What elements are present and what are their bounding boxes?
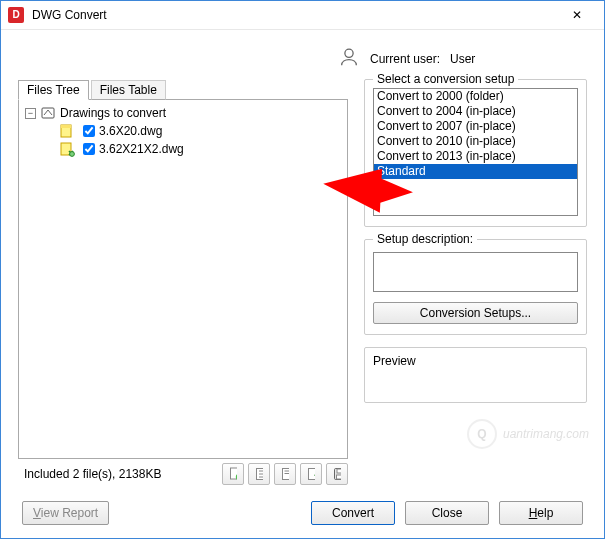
list-icon	[255, 467, 263, 481]
app-icon: D	[8, 7, 24, 23]
svg-rect-18	[337, 475, 342, 479]
file-checkbox[interactable]	[83, 125, 95, 137]
setup-description-legend: Setup description:	[373, 232, 477, 246]
tabs: Files Tree Files Table	[18, 80, 348, 100]
view-report-button[interactable]: View Report	[22, 501, 109, 525]
file-tree[interactable]: − Drawings to convert 3.6X20.dwg	[18, 99, 348, 459]
file-name: 3.62X21X2.dwg	[99, 142, 184, 156]
list-arrow-icon	[281, 467, 289, 481]
list-item[interactable]: Convert to 2007 (in-place)	[374, 119, 577, 134]
drawings-icon	[40, 105, 56, 121]
convert-button[interactable]: Convert	[311, 501, 395, 525]
file-name: 3.6X20.dwg	[99, 124, 162, 138]
current-user-label: Current user:	[370, 52, 440, 66]
svg-rect-17	[337, 469, 341, 473]
tab-files-tree[interactable]: Files Tree	[18, 80, 89, 100]
close-icon: ✕	[572, 8, 582, 22]
svg-rect-15	[309, 469, 316, 480]
current-user-name: User	[450, 52, 475, 66]
close-dialog-button[interactable]: Close	[405, 501, 489, 525]
tree-root[interactable]: − Drawings to convert	[21, 104, 345, 122]
help-label-rest: elp	[537, 506, 553, 520]
view-report-label-rest: iew Report	[41, 506, 98, 520]
setup-description-group: Setup description: Conversion Setups...	[364, 239, 587, 335]
svg-rect-3	[61, 125, 71, 128]
dwg-file-icon	[59, 123, 75, 139]
list-item[interactable]: Convert to 2004 (in-place)	[374, 104, 577, 119]
conversion-setup-legend: Select a conversion setup	[373, 72, 518, 86]
conversion-setups-button[interactable]: Conversion Setups...	[373, 302, 578, 324]
title-bar: D DWG Convert ✕	[0, 0, 605, 30]
bottom-button-row: View Report Convert Close Help	[0, 501, 605, 525]
left-pane: Files Tree Files Table − Drawings to con…	[18, 79, 348, 485]
page-plus-icon	[229, 467, 237, 481]
current-user-row: Current user: User	[338, 46, 587, 71]
conversion-setup-list[interactable]: Convert to 2000 (folder) Convert to 2004…	[373, 88, 578, 216]
preview-group: Preview	[364, 347, 587, 403]
user-icon	[338, 46, 360, 71]
right-pane: Select a conversion setup Convert to 200…	[364, 79, 587, 485]
tree-root-label: Drawings to convert	[60, 106, 166, 120]
window-title: DWG Convert	[32, 8, 557, 22]
report-button[interactable]	[248, 463, 270, 485]
tree-file[interactable]: 3.6X20.dwg	[21, 122, 345, 140]
list-item[interactable]: Convert to 2013 (in-place)	[374, 149, 577, 164]
help-button[interactable]: Help	[499, 501, 583, 525]
list-item[interactable]: Standard	[374, 164, 577, 179]
svg-point-0	[345, 49, 353, 57]
close-button[interactable]: ✕	[557, 1, 597, 29]
setup-description-box	[373, 252, 578, 292]
open-report-button[interactable]	[274, 463, 296, 485]
status-row: Included 2 file(s), 2138KB	[18, 463, 348, 485]
list-refresh-icon	[307, 467, 315, 481]
refresh-list-button[interactable]	[300, 463, 322, 485]
svg-point-5	[70, 152, 75, 157]
save-button[interactable]	[326, 463, 348, 485]
preview-legend: Preview	[373, 354, 416, 368]
tab-files-table[interactable]: Files Table	[91, 80, 166, 100]
status-text: Included 2 file(s), 2138KB	[18, 467, 218, 481]
list-item[interactable]: Convert to 2010 (in-place)	[374, 134, 577, 149]
dialog-body: Current user: User Files Tree Files Tabl…	[0, 30, 605, 495]
file-checkbox[interactable]	[83, 143, 95, 155]
dwg-file-icon	[59, 141, 75, 157]
tree-file[interactable]: 3.62X21X2.dwg	[21, 140, 345, 158]
list-item[interactable]: Convert to 2000 (folder)	[374, 89, 577, 104]
save-icon	[333, 467, 341, 481]
collapse-icon[interactable]: −	[25, 108, 36, 119]
conversion-setup-group: Select a conversion setup Convert to 200…	[364, 79, 587, 227]
add-file-button[interactable]	[222, 463, 244, 485]
